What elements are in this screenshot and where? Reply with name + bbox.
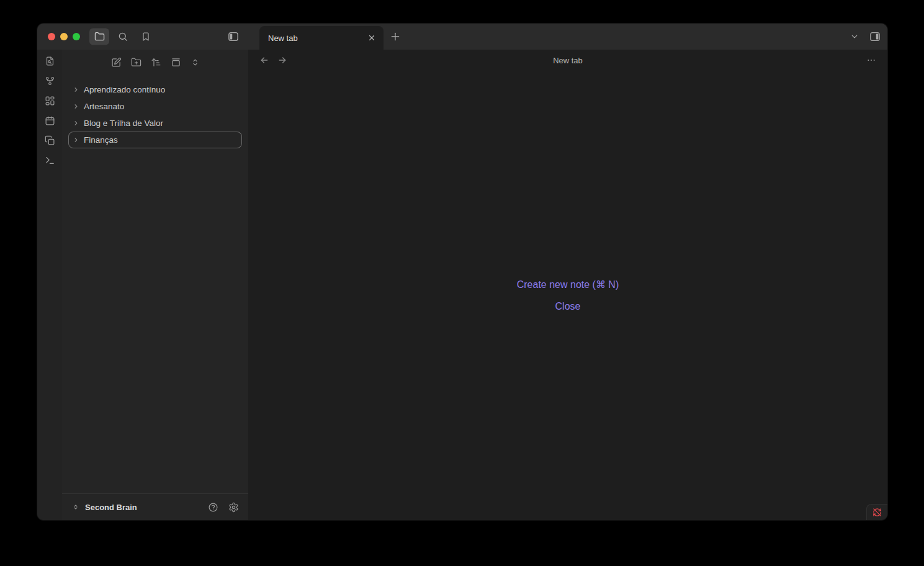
graph-view-icon[interactable] xyxy=(45,76,55,86)
vault-name: Second Brain xyxy=(85,503,137,512)
files-view-button[interactable] xyxy=(89,29,109,45)
bookmarks-button[interactable] xyxy=(141,32,151,42)
close-tab-icon[interactable] xyxy=(367,34,376,42)
bookmark-icon xyxy=(141,32,151,42)
folder-label: Aprendizado contínuo xyxy=(84,85,165,94)
chevron-right-icon xyxy=(73,137,79,143)
close-window-button[interactable] xyxy=(48,33,55,40)
status-bar xyxy=(866,504,887,520)
forward-arrow-icon[interactable] xyxy=(277,55,287,65)
new-note-icon[interactable] xyxy=(111,57,122,68)
titlebar: New tab xyxy=(37,24,887,50)
folder-item-financas[interactable]: Finanças xyxy=(68,132,242,148)
zoom-window-button[interactable] xyxy=(73,33,80,40)
workspace: Aprendizado contínuo Artesanato Blog e T… xyxy=(37,50,887,520)
folder-item-aprendizado-continuo[interactable]: Aprendizado contínuo xyxy=(68,81,242,98)
close-link[interactable]: Close xyxy=(555,301,581,312)
folder-icon xyxy=(94,32,105,42)
back-arrow-icon[interactable] xyxy=(259,55,269,65)
toggle-right-sidebar-button[interactable] xyxy=(869,31,881,43)
templates-copy-icon[interactable] xyxy=(45,135,55,146)
chevron-right-icon xyxy=(73,86,79,93)
folder-label: Finanças xyxy=(84,135,118,145)
stacked-panel-icon[interactable] xyxy=(171,57,181,68)
history-nav xyxy=(259,55,287,65)
search-icon xyxy=(118,32,128,42)
more-options-icon[interactable] xyxy=(866,55,876,65)
main-pane: New tab Create new note (⌘ N) Close xyxy=(248,50,887,520)
sync-disabled-icon[interactable] xyxy=(872,508,882,517)
folder-label: Artesanato xyxy=(84,102,124,111)
search-button[interactable] xyxy=(118,32,128,42)
left-ribbon xyxy=(37,50,62,520)
folder-item-blog-e-trilha-de-valor[interactable]: Blog e Trilha de Valor xyxy=(68,115,242,132)
daily-note-calendar-icon[interactable] xyxy=(45,115,55,126)
quick-switcher-file-search-icon[interactable] xyxy=(45,56,55,66)
vault-switcher-chevrons-icon xyxy=(72,503,79,511)
panel-left-icon xyxy=(228,31,240,43)
toggle-left-sidebar-button[interactable] xyxy=(228,31,240,43)
chevron-right-icon xyxy=(73,120,79,127)
view-title: New tab xyxy=(248,56,887,65)
folder-item-artesanato[interactable]: Artesanato xyxy=(68,98,242,115)
help-icon[interactable] xyxy=(208,502,218,513)
obsidian-window: New tab xyxy=(37,24,887,520)
traffic-lights xyxy=(48,33,80,40)
folder-list: Aprendizado contínuo Artesanato Blog e T… xyxy=(62,81,248,493)
folder-label: Blog e Trilha de Valor xyxy=(84,119,163,128)
tab-list-dropdown-button[interactable] xyxy=(850,32,859,42)
sort-order-icon[interactable] xyxy=(151,57,161,68)
file-explorer-sidebar: Aprendizado contínuo Artesanato Blog e T… xyxy=(62,50,248,520)
tab-title: New tab xyxy=(268,34,367,43)
new-folder-icon[interactable] xyxy=(131,57,141,68)
new-tab-button[interactable] xyxy=(390,32,401,42)
explorer-toolbar xyxy=(62,51,248,73)
view-header: New tab xyxy=(248,50,887,71)
chevron-right-icon xyxy=(73,103,79,110)
panel-right-icon xyxy=(869,31,881,43)
minimize-window-button[interactable] xyxy=(60,33,68,40)
collapse-expand-icon[interactable] xyxy=(191,58,200,67)
terminal-icon[interactable] xyxy=(45,155,55,166)
chevron-down-icon xyxy=(850,32,859,42)
vault-switcher[interactable]: Second Brain xyxy=(62,493,248,520)
create-new-note-link[interactable]: Create new note (⌘ N) xyxy=(517,279,619,290)
settings-gear-icon[interactable] xyxy=(228,502,239,513)
tab-new-tab[interactable]: New tab xyxy=(259,26,384,50)
vault-actions xyxy=(208,502,239,513)
canvas-dashboard-icon[interactable] xyxy=(45,96,55,106)
empty-state: Create new note (⌘ N) Close xyxy=(248,71,887,520)
plus-icon xyxy=(390,32,401,42)
